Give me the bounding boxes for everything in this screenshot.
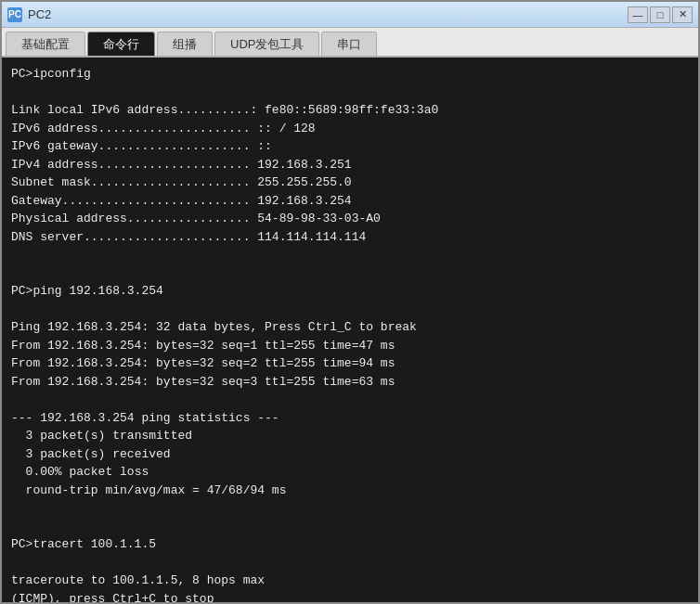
tab-basic[interactable]: 基础配置: [6, 32, 85, 56]
tab-udp[interactable]: UDP发包工具: [214, 32, 319, 56]
app-icon: PC: [7, 7, 22, 22]
tab-multicast[interactable]: 组播: [157, 32, 213, 56]
icon-label: PC: [8, 9, 21, 19]
terminal-area[interactable]: PC>ipconfig Link local IPv6 address.....…: [2, 58, 698, 602]
minimize-button[interactable]: —: [628, 6, 648, 23]
tab-cmd[interactable]: 命令行: [87, 32, 155, 56]
tab-bar: 基础配置 命令行 组播 UDP发包工具 串口: [2, 28, 698, 58]
tab-serial[interactable]: 串口: [321, 32, 377, 56]
close-button[interactable]: ✕: [672, 6, 693, 23]
title-bar-left: PC PC2: [7, 7, 51, 22]
maximize-button[interactable]: □: [650, 6, 670, 23]
title-bar-buttons: — □ ✕: [628, 6, 693, 23]
main-window: PC PC2 — □ ✕ 基础配置 命令行 组播 UDP发包工具 串口 PC>i…: [0, 0, 700, 604]
terminal-output: PC>ipconfig Link local IPv6 address.....…: [11, 65, 689, 602]
window-title: PC2: [28, 7, 51, 21]
title-bar: PC PC2 — □ ✕: [2, 2, 698, 28]
